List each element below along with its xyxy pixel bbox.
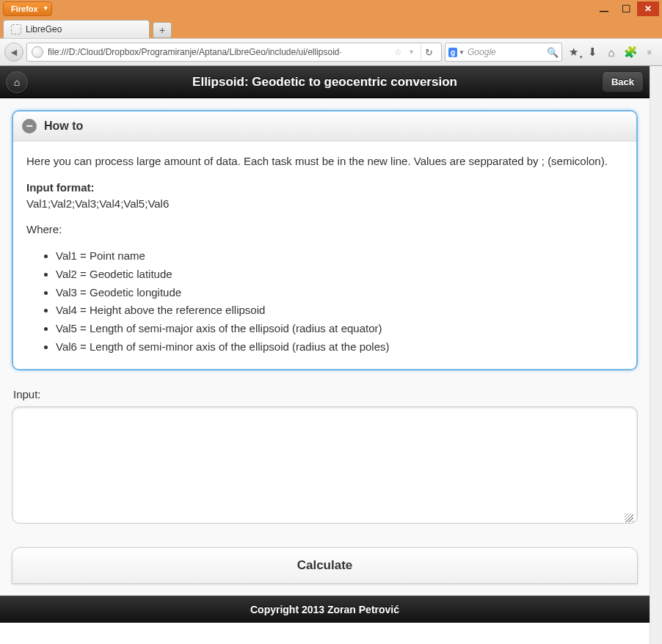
- search-engine-dropdown-icon[interactable]: ▼: [459, 49, 465, 56]
- howto-title: How to: [44, 120, 83, 133]
- reload-button[interactable]: ↻: [421, 44, 437, 60]
- search-submit-icon[interactable]: 🔍: [547, 47, 559, 58]
- home-button[interactable]: ⌂: [603, 44, 619, 60]
- window-maximize-button[interactable]: [615, 1, 637, 16]
- list-item: Val1 = Point name: [56, 248, 623, 264]
- toolbar-chevron-icon[interactable]: ≡: [641, 44, 658, 60]
- search-bar[interactable]: g ▼ Google 🔍: [445, 43, 562, 62]
- input-textarea[interactable]: [12, 406, 638, 524]
- page-title: Ellipsoid: Geodetic to geocentric conver…: [192, 75, 457, 89]
- howto-toggle[interactable]: − How to: [13, 111, 636, 141]
- list-item: Val5 = Length of semi-major axis of the …: [56, 321, 623, 337]
- list-item: Val2 = Geodetic latitude: [56, 266, 623, 282]
- tab-title: LibreGeo: [26, 24, 62, 34]
- downloads-button[interactable]: ⬇: [584, 44, 600, 60]
- url-bar[interactable]: file:///D:/Cloud/Dropbox/Programiranje/A…: [26, 43, 442, 62]
- url-dropdown-icon[interactable]: ▼: [408, 48, 415, 56]
- browser-tab[interactable]: LibreGeo: [3, 20, 150, 38]
- value-definitions-list: Val1 = Point name Val2 = Geodetic latitu…: [56, 248, 623, 355]
- window-close-button[interactable]: [637, 1, 659, 16]
- app-header: ⌂ Ellipsoid: Geodetic to geocentric conv…: [0, 66, 650, 98]
- where-label: Where:: [26, 222, 623, 238]
- bookmarks-menu-button[interactable]: ★: [565, 44, 581, 60]
- input-label: Input:: [13, 388, 638, 400]
- search-placeholder: Google: [468, 47, 547, 57]
- home-icon-button[interactable]: ⌂: [6, 71, 28, 93]
- collapse-icon: −: [22, 119, 37, 133]
- input-format-value: Val1;Val2;Val3;Val4;Val5;Val6: [26, 197, 169, 210]
- app-footer: Copyright 2013 Zoran Petrović: [0, 596, 650, 623]
- new-tab-button[interactable]: +: [153, 22, 172, 38]
- input-format-label: Input format:: [26, 181, 94, 194]
- url-text: file:///D:/Cloud/Dropbox/Programiranje/A…: [48, 47, 391, 57]
- list-item: Val3 = Geodetic longitude: [56, 285, 623, 301]
- site-identity-icon: [32, 46, 43, 58]
- bookmark-star-icon[interactable]: ☆: [394, 47, 402, 57]
- window-minimize-button[interactable]: [593, 1, 615, 16]
- vertical-scrollbar[interactable]: [650, 66, 662, 644]
- back-button[interactable]: Back: [602, 71, 644, 92]
- list-item: Val6 = Length of semi-minor axis of the …: [56, 339, 623, 355]
- search-engine-icon: g: [448, 48, 457, 57]
- calculate-button[interactable]: Calculate: [12, 547, 638, 584]
- howto-panel: − How to Here you can process large amou…: [12, 110, 638, 370]
- nav-back-button[interactable]: ◄: [4, 43, 23, 62]
- addon-icon[interactable]: 🧩: [622, 44, 639, 60]
- tab-favicon: [11, 24, 21, 34]
- list-item: Val4 = Height above the reference ellips…: [56, 302, 623, 318]
- howto-intro: Here you can process large amount of dat…: [26, 153, 623, 169]
- firefox-menu-button[interactable]: Firefox: [3, 1, 52, 16]
